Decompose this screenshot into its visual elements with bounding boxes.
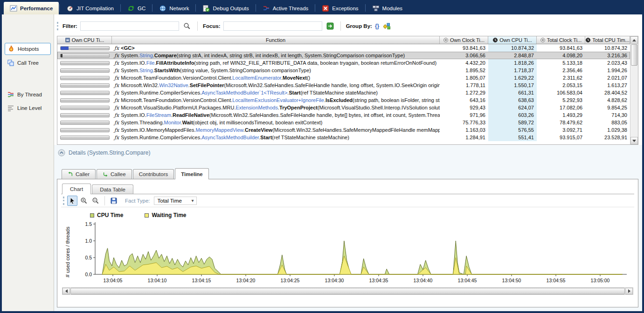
total-clock-value: 78.479,62 xyxy=(537,119,585,126)
column-title: Own Clock Ti... xyxy=(450,37,485,43)
table-row[interactable]: ƒxSystem.String.StartsWith(string value,… xyxy=(57,67,630,74)
total-cpu-value: 2.023,43 xyxy=(585,59,630,67)
tab-jit-compilation[interactable]: JIT Compilation xyxy=(60,2,120,14)
total-cpu-value: 3.216,36 xyxy=(585,52,630,59)
total-cpu-value: 1.613,27 xyxy=(585,82,630,89)
tab-debug-outputs[interactable]: Debug Outputs xyxy=(196,2,255,14)
column-header-own-cpu-bar[interactable]: Own CPU Ti... xyxy=(57,36,112,44)
group-by-button[interactable] xyxy=(382,21,392,31)
scroll-down-button[interactable] xyxy=(630,137,638,144)
own-clock-value: 4.432,20 xyxy=(440,59,488,67)
fact-type-dropdown[interactable]: Total Time ▾ xyxy=(154,197,197,205)
toolbar-grip[interactable] xyxy=(57,22,60,30)
toolbar-grip[interactable] xyxy=(63,197,66,205)
scroll-up-button[interactable] xyxy=(630,36,638,44)
tab-separator xyxy=(120,4,121,12)
apply-focus-button[interactable] xyxy=(325,21,335,31)
function-icon: ƒx xyxy=(114,105,119,111)
own-clock-value: 929,43 xyxy=(440,104,488,111)
chart-row: # used cores / threads 0.00.51.01.513:04… xyxy=(61,219,634,285)
select-tool-button[interactable] xyxy=(67,196,77,206)
total-clock-value: 2.356,46 xyxy=(537,67,585,74)
table-row[interactable]: ƒx<GC>93.841,6310.874,3293.841,6310.874,… xyxy=(57,44,630,52)
tab-network[interactable]: Network xyxy=(153,2,195,14)
column-header-total-cpu[interactable]: Total CPU Tim... xyxy=(585,36,630,44)
zoom-out-button[interactable] xyxy=(90,196,101,206)
separator xyxy=(197,21,198,31)
total-clock-value: 3.092,71 xyxy=(537,126,585,134)
grid-header: Own CPU Ti... Function Own Clock Ti... O… xyxy=(57,36,630,44)
total-cpu-value: 1.029,38 xyxy=(585,126,630,134)
save-button[interactable] xyxy=(109,196,119,206)
scroll-left-button[interactable] xyxy=(62,288,70,294)
network-icon xyxy=(159,5,166,12)
clock-x-icon xyxy=(540,37,546,43)
tab-callee[interactable]: Callee xyxy=(97,169,132,179)
tab-contributors[interactable]: Contributors xyxy=(133,169,174,179)
separator xyxy=(340,21,341,31)
tab-modules[interactable]: Modules xyxy=(366,2,409,14)
grid-vertical-scrollbar[interactable] xyxy=(630,36,638,144)
tab-label: Debug Outputs xyxy=(213,6,249,11)
column-title: Function xyxy=(266,37,285,43)
table-row[interactable]: ƒxMicrosoft.VisualStudio.PlatformUI.Pack… xyxy=(57,104,630,111)
details-title[interactable]: Details (System.String.Compare) xyxy=(69,150,150,156)
table-row[interactable]: ƒxMicrosoft.TeamFoundation.VersionContro… xyxy=(57,96,630,104)
filter-input[interactable] xyxy=(80,21,179,31)
scrollbar-thumb[interactable] xyxy=(631,44,637,66)
tab-label: Active Threads xyxy=(273,6,309,11)
details-tabs: Caller Callee Contributors Timeline xyxy=(62,168,638,179)
tab-caller[interactable]: Caller xyxy=(62,169,96,179)
total-clock-value: 93.915,07 xyxy=(537,134,585,141)
callee-arrow-icon xyxy=(103,171,108,177)
tab-chart[interactable]: Chart xyxy=(62,184,91,194)
svg-text:0.5: 0.5 xyxy=(85,255,92,260)
table-row[interactable]: ƒxSystem.IO.File.FillAttributeInfo(strin… xyxy=(57,59,630,67)
column-header-own-cpu[interactable]: Own CPU Ti... xyxy=(488,36,537,44)
column-header-function[interactable]: Function xyxy=(112,36,440,44)
tab-label: Performance xyxy=(20,6,53,11)
sidebar-item-call-tree[interactable]: Call Tree xyxy=(5,57,51,68)
timeline-chart[interactable]: 0.00.51.01.513:04:0513:04:1013:04:1513:0… xyxy=(74,219,629,285)
focus-input[interactable] xyxy=(223,21,322,31)
tab-data-table[interactable]: Data Table xyxy=(92,184,133,194)
table-row[interactable]: ƒxSystem.IO.MemoryMappedFiles.MemoryMapp… xyxy=(57,126,630,134)
sidebar-item-hotspots[interactable]: Hotspots xyxy=(5,43,51,55)
collapse-chevron-icon[interactable] xyxy=(58,149,65,156)
tab-exceptions[interactable]: Exceptions xyxy=(316,2,364,14)
table-row[interactable]: ƒxSystem.Runtime.CompilerServices.AsyncT… xyxy=(57,134,630,141)
own-clock-value: 1.805,07 xyxy=(440,74,488,82)
scroll-right-button[interactable] xyxy=(625,288,633,294)
table-row[interactable]: ƒxSystem.Threading.Monitor.Wait(object o… xyxy=(57,119,630,126)
function-name: System.IO.MemoryMappedFiles.MemoryMapped… xyxy=(121,127,440,133)
modules-icon xyxy=(372,5,380,12)
svg-text:1.0: 1.0 xyxy=(85,238,92,244)
grid-body: ƒx<GC>93.841,6310.874,3293.841,6310.874,… xyxy=(57,44,630,144)
tab-gc[interactable]: GC xyxy=(121,2,152,14)
tab-timeline[interactable]: Timeline xyxy=(175,168,208,179)
table-row[interactable]: ƒxMicrosoft.Win32.Win32Native.SetFilePoi… xyxy=(57,82,630,89)
table-row[interactable]: ƒxSystem.IO.FileStream.ReadFileNative(Mi… xyxy=(57,111,630,119)
sidebar-item-line-level[interactable]: Line Level xyxy=(5,102,51,114)
legend-item: Waiting Time xyxy=(145,212,186,218)
column-header-total-clock[interactable]: Total Clock Ti... xyxy=(537,36,585,44)
column-header-own-clock[interactable]: Own Clock Ti... xyxy=(440,36,488,44)
tab-performance[interactable]: Performance xyxy=(4,2,59,14)
total-clock-value: 93.841,63 xyxy=(537,44,585,52)
tab-label: Chart xyxy=(70,186,83,192)
sidebar-item-by-thread[interactable]: By Thread xyxy=(5,89,51,100)
tab-active-threads[interactable]: Active Threads xyxy=(256,2,315,14)
scrollbar-thumb[interactable] xyxy=(70,288,625,294)
search-button[interactable] xyxy=(182,21,192,31)
own-cpu-value: 576,55 xyxy=(488,126,537,134)
tab-separator xyxy=(59,4,60,12)
table-row[interactable]: ƒxSystem.String.Compare(string strA, int… xyxy=(57,52,630,59)
group-by-braces[interactable]: {} xyxy=(375,23,379,29)
table-row[interactable]: ƒxSystem.Runtime.CompilerServices.AsyncT… xyxy=(57,89,630,96)
chart-horizontal-scrollbar[interactable] xyxy=(62,287,633,295)
svg-text:13:04:55: 13:04:55 xyxy=(547,278,566,283)
zoom-in-button[interactable] xyxy=(79,196,89,206)
table-row[interactable]: ƒxMicrosoft.TeamFoundation.VersionContro… xyxy=(57,74,630,82)
column-title: Own CPU Ti... xyxy=(72,37,104,43)
timeline-subtabs: Chart Data Table xyxy=(62,183,634,194)
